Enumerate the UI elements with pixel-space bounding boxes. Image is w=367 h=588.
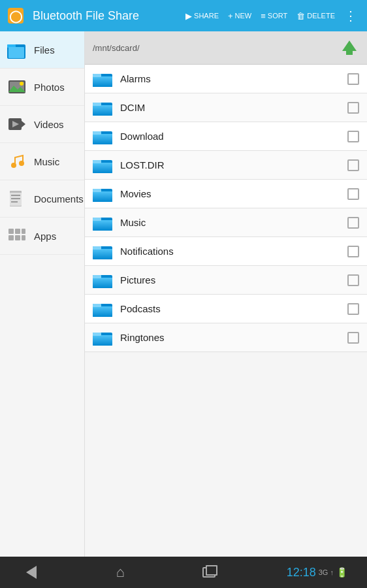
list-item[interactable]: Podcasts — [85, 295, 367, 323]
folder-icon — [93, 71, 112, 87]
svg-rect-25 — [8, 235, 14, 240]
videos-icon — [7, 114, 27, 135]
folder-icon — [93, 243, 112, 259]
sidebar-videos-label: Videos — [34, 119, 64, 130]
svg-point-12 — [11, 163, 16, 168]
sidebar-documents-label: Documents — [34, 193, 84, 204]
sidebar-item-files[interactable]: Files — [0, 31, 84, 69]
sort-icon: ≡ — [261, 11, 266, 21]
svg-rect-21 — [11, 201, 18, 203]
delete-icon: 🗑 — [296, 11, 305, 21]
main-content: Files Photos Vide — [0, 31, 367, 557]
svg-rect-19 — [11, 195, 20, 196]
list-item[interactable]: Notifications — [85, 237, 367, 266]
new-button[interactable]: + NEW — [224, 8, 255, 24]
photos-icon — [7, 76, 27, 97]
apps-icon — [7, 225, 27, 246]
svg-rect-52 — [93, 191, 112, 202]
home-button[interactable]: ⌂ — [108, 561, 132, 584]
svg-text:◯: ◯ — [9, 10, 22, 24]
folder-name: DCIM — [120, 102, 347, 113]
network-indicator: 3G ↑ — [319, 568, 334, 576]
clock-display: 12:18 — [287, 566, 316, 580]
files-icon — [7, 39, 27, 60]
bottom-bar: ⌂ 12:18 3G ↑ 🔋 — [0, 557, 367, 588]
delete-button[interactable]: 🗑 DELETE — [293, 8, 339, 24]
list-item[interactable]: Alarms — [85, 65, 367, 93]
list-item[interactable]: Movies — [85, 180, 367, 208]
folder-icon — [93, 214, 112, 231]
file-checkbox[interactable] — [347, 332, 359, 344]
list-item[interactable]: DCIM — [85, 93, 367, 122]
file-checkbox[interactable] — [347, 303, 359, 315]
up-directory-button[interactable] — [340, 38, 359, 57]
recents-button[interactable] — [197, 561, 221, 584]
svg-rect-47 — [93, 163, 112, 173]
sidebar-apps-label: Apps — [34, 231, 56, 242]
svg-rect-37 — [93, 105, 112, 116]
list-item[interactable]: LOST.DIR — [85, 151, 367, 180]
list-item[interactable]: Download — [85, 122, 367, 151]
file-list: Alarms DCIM — [85, 65, 367, 557]
folder-name: Notifications — [120, 246, 347, 257]
folder-name: Alarms — [120, 73, 347, 84]
documents-icon — [7, 188, 27, 209]
file-checkbox[interactable] — [347, 73, 359, 85]
svg-marker-10 — [22, 121, 25, 127]
file-checkbox[interactable] — [347, 274, 359, 286]
share-label: SHARE — [194, 12, 219, 20]
svg-rect-33 — [93, 74, 101, 77]
status-area: 12:18 3G ↑ 🔋 — [287, 566, 347, 580]
svg-rect-72 — [93, 306, 112, 317]
sidebar: Files Photos Vide — [0, 31, 85, 557]
folder-icon — [93, 272, 112, 288]
path-bar: /mnt/sdcard/ — [85, 31, 367, 65]
svg-rect-26 — [15, 235, 20, 240]
file-checkbox[interactable] — [347, 246, 359, 257]
more-button[interactable]: ⋮ — [340, 5, 362, 26]
svg-rect-4 — [8, 47, 24, 58]
svg-rect-53 — [93, 189, 101, 192]
file-checkbox[interactable] — [347, 131, 359, 142]
sidebar-music-label: Music — [34, 156, 59, 167]
sort-button[interactable]: ≡ SORT — [257, 8, 291, 24]
file-checkbox[interactable] — [347, 102, 359, 114]
share-icon: ▶ — [185, 11, 192, 21]
sidebar-item-videos[interactable]: Videos — [0, 106, 84, 143]
svg-rect-48 — [93, 160, 101, 163]
folder-name: Download — [120, 131, 347, 142]
folder-name: Podcasts — [120, 303, 347, 314]
list-item[interactable]: Pictures — [85, 266, 367, 295]
file-checkbox[interactable] — [347, 159, 359, 171]
svg-rect-77 — [93, 335, 112, 346]
sidebar-item-apps[interactable]: Apps — [0, 218, 84, 255]
svg-rect-32 — [93, 76, 112, 87]
folder-name: Music — [120, 217, 347, 228]
back-button[interactable] — [20, 561, 43, 584]
svg-rect-78 — [93, 333, 101, 336]
sidebar-item-music[interactable]: Music — [0, 143, 84, 180]
folder-icon — [93, 301, 112, 317]
svg-rect-58 — [93, 218, 101, 221]
svg-rect-38 — [93, 103, 101, 106]
sort-label: SORT — [268, 12, 287, 20]
svg-rect-42 — [93, 134, 112, 144]
recents-icon — [202, 567, 215, 578]
list-item[interactable]: Music — [85, 208, 367, 237]
list-item[interactable]: Ringtones — [85, 323, 367, 352]
share-button[interactable]: ▶ SHARE — [182, 8, 223, 24]
folder-icon — [93, 157, 112, 173]
svg-point-7 — [20, 82, 24, 86]
sidebar-files-label: Files — [34, 44, 55, 56]
sidebar-photos-label: Photos — [34, 82, 65, 93]
svg-rect-63 — [93, 246, 101, 250]
app-icon: ◯ — [5, 5, 26, 26]
svg-rect-43 — [93, 131, 101, 135]
toolbar-actions: ▶ SHARE + NEW ≡ SORT 🗑 DELETE ⋮ — [182, 5, 362, 26]
folder-icon — [93, 186, 112, 202]
app-title: Bluetooth File Share — [33, 9, 182, 23]
file-checkbox[interactable] — [347, 188, 359, 200]
sidebar-item-documents[interactable]: Documents — [0, 180, 84, 218]
file-checkbox[interactable] — [347, 217, 359, 229]
sidebar-item-photos[interactable]: Photos — [0, 69, 84, 106]
